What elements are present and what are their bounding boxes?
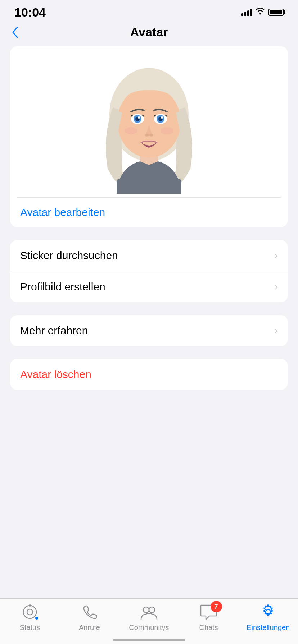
page-title: Avatar	[130, 25, 168, 39]
list-card-more: Mehr erfahren ›	[10, 315, 288, 346]
list-card-actions: Sticker durchsuchen › Profilbild erstell…	[10, 240, 288, 302]
avatar-card: Avatar bearbeiten	[10, 46, 288, 227]
svg-point-11	[161, 116, 163, 119]
status-dot	[35, 616, 39, 620]
svg-point-16	[23, 606, 36, 618]
settings-icon	[260, 604, 276, 620]
tab-settings-label: Einstellungen	[247, 624, 290, 632]
mehr-label: Mehr erfahren	[20, 325, 88, 337]
battery-icon	[268, 9, 284, 16]
home-indicator	[113, 639, 185, 641]
svg-rect-2	[117, 179, 181, 194]
status-time: 10:04	[14, 5, 46, 19]
back-button[interactable]	[11, 26, 19, 39]
wifi-icon	[256, 8, 265, 17]
svg-point-14	[125, 127, 137, 134]
phone-icon	[81, 604, 97, 620]
sticker-label: Sticker durchsuchen	[20, 249, 118, 262]
tab-status-icon-wrap	[19, 602, 40, 622]
nav-header: Avatar	[0, 22, 298, 46]
tab-chats[interactable]: 7 Chats	[187, 602, 230, 632]
status-icons	[241, 8, 284, 17]
tab-calls[interactable]: Anrufe	[68, 602, 111, 632]
chevron-right-icon-2: ›	[275, 281, 278, 293]
tab-status[interactable]: Status	[8, 602, 51, 632]
svg-point-20	[149, 607, 155, 613]
tab-settings[interactable]: Einstellungen	[247, 602, 290, 632]
profilbild-item[interactable]: Profilbild erstellen ›	[10, 271, 288, 302]
svg-point-7	[138, 116, 140, 119]
chats-badge: 7	[211, 601, 222, 612]
tab-bar: Status Anrufe Communitys 7	[0, 598, 298, 644]
svg-point-19	[143, 607, 149, 613]
svg-point-18	[29, 604, 31, 607]
main-content: Avatar bearbeiten Sticker durchsuchen › …	[0, 46, 298, 390]
chevron-right-icon-3: ›	[275, 325, 278, 336]
avatar-image-area	[10, 46, 288, 197]
tab-status-label: Status	[19, 624, 40, 632]
svg-point-13	[149, 134, 153, 137]
delete-button[interactable]: Avatar löschen	[10, 359, 288, 390]
svg-point-12	[145, 134, 149, 137]
mehr-item[interactable]: Mehr erfahren ›	[10, 315, 288, 346]
svg-point-17	[27, 609, 33, 615]
tab-community-label: Communitys	[129, 624, 169, 632]
avatar-edit-button[interactable]: Avatar bearbeiten	[10, 198, 288, 227]
tab-community[interactable]: Communitys	[127, 602, 171, 632]
svg-point-15	[161, 127, 173, 134]
tab-calls-label: Anrufe	[79, 624, 100, 632]
tab-chats-icon-wrap: 7	[198, 602, 219, 622]
community-icon	[140, 604, 158, 620]
chevron-right-icon: ›	[275, 250, 278, 261]
delete-card: Avatar löschen	[10, 359, 288, 390]
profilbild-label: Profilbild erstellen	[20, 281, 105, 293]
tab-community-icon-wrap	[139, 602, 159, 622]
tab-settings-icon-wrap	[258, 602, 279, 622]
tab-chats-label: Chats	[199, 624, 218, 632]
signal-icon	[241, 8, 252, 16]
avatar-svg	[95, 50, 203, 194]
sticker-item[interactable]: Sticker durchsuchen ›	[10, 240, 288, 271]
status-bar: 10:04	[0, 0, 298, 22]
tab-calls-icon-wrap	[79, 602, 100, 622]
